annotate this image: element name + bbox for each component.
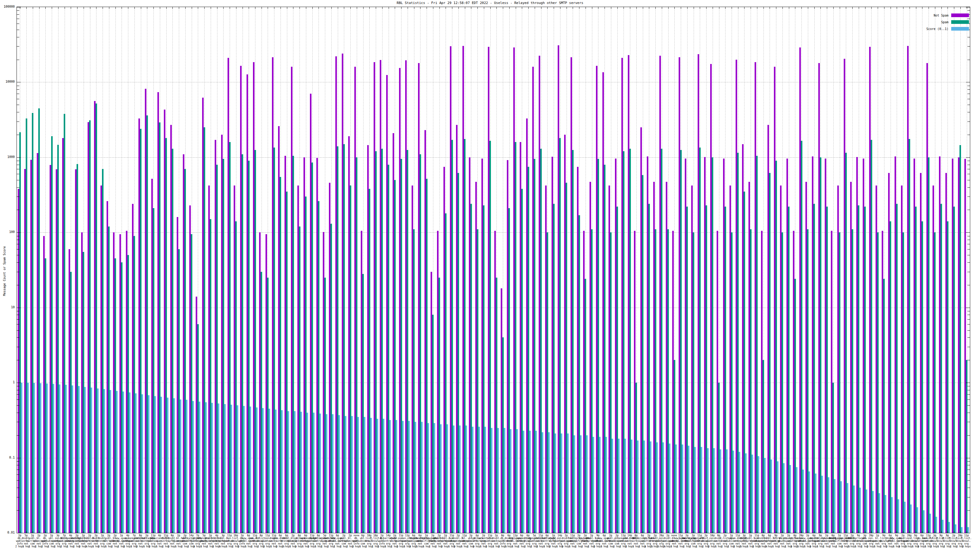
x-tick-top — [960, 7, 961, 9]
y-tick-label: 10000 — [1, 80, 15, 83]
y-tick-minor-right — [967, 180, 970, 180]
y-tick-minor-left — [17, 30, 19, 30]
x-tick-top — [230, 7, 230, 9]
legend-item-spam: Spam — [926, 19, 969, 25]
x-tick-bottom — [865, 531, 865, 533]
x-tick-bottom — [65, 531, 65, 533]
x-tick-bottom — [71, 531, 71, 533]
x-tick-bottom — [840, 531, 840, 533]
bar-score — [59, 384, 60, 533]
x-tick-bottom — [630, 531, 630, 533]
bar-score — [815, 473, 816, 533]
y-tick-minor-left — [17, 89, 19, 90]
bar-score — [192, 401, 194, 533]
x-tick-bottom — [541, 531, 541, 533]
x-tick-bottom — [910, 531, 910, 533]
x-tick-top — [134, 7, 135, 9]
x-tick-bottom — [884, 531, 885, 533]
x-tick-top — [357, 7, 357, 9]
x-tick-bottom — [293, 531, 293, 533]
x-tick-bottom — [700, 531, 700, 533]
x-tick-bottom — [706, 531, 706, 533]
x-tick-top — [630, 7, 630, 9]
x-tick-top — [649, 7, 649, 9]
x-tick-bottom — [369, 531, 370, 533]
bar-score — [751, 454, 753, 533]
y-tick-minor-left — [17, 461, 19, 462]
x-tick-bottom — [795, 531, 795, 533]
bar-score — [154, 396, 156, 533]
bar-score — [453, 426, 455, 533]
y-tick-minor-right — [967, 311, 970, 311]
x-tick-bottom — [878, 531, 878, 533]
x-tick-top — [45, 7, 46, 9]
x-tick-bottom — [223, 531, 224, 533]
y-tick-minor-left — [17, 240, 19, 240]
bar-score — [726, 449, 728, 533]
bar-score — [52, 384, 54, 533]
bar-score — [339, 415, 340, 533]
y-tick-major-left — [17, 232, 21, 233]
y-tick-minor-left — [17, 37, 19, 37]
bar-score — [942, 520, 943, 533]
x-tick-bottom — [299, 531, 300, 533]
bar-score — [910, 505, 912, 533]
bar-score — [275, 410, 277, 533]
x-tick-bottom — [471, 531, 471, 533]
bar-spam — [947, 221, 948, 533]
bar-score — [758, 456, 759, 533]
bar-spam — [890, 221, 891, 533]
y-tick-minor-left — [17, 347, 19, 347]
y-tick-minor-right — [967, 135, 970, 135]
bar-score — [929, 514, 931, 533]
bar-spam — [871, 140, 872, 533]
x-tick-bottom — [585, 531, 586, 533]
y-tick-minor-left — [17, 86, 19, 86]
bar-score — [935, 517, 937, 533]
x-tick-top — [795, 7, 795, 9]
bar-score — [91, 387, 92, 533]
y-tick-minor-right — [967, 240, 970, 240]
bar-score — [148, 395, 150, 533]
x-tick-top — [706, 7, 706, 9]
x-tick-top — [274, 7, 274, 9]
x-tick-top — [306, 7, 306, 9]
bar-score — [612, 439, 613, 533]
y-tick-major-left — [17, 383, 21, 383]
x-tick-top — [624, 7, 624, 9]
legend-label-score: Score (0..1) — [926, 27, 948, 30]
bar-score — [631, 440, 632, 533]
x-tick-top — [859, 7, 859, 9]
x-tick-bottom — [96, 531, 97, 533]
bar-score — [370, 418, 372, 533]
x-tick-top — [585, 7, 586, 9]
bar-score — [313, 413, 315, 533]
bar-spam — [928, 157, 929, 533]
x-tick-bottom — [922, 531, 923, 533]
x-tick-top — [605, 7, 605, 9]
x-tick-top — [147, 7, 147, 9]
x-tick-bottom — [566, 531, 567, 533]
bar-spam — [858, 205, 859, 533]
bar-score — [688, 446, 689, 533]
x-tick-bottom — [185, 531, 186, 533]
x-tick-top — [312, 7, 313, 9]
y-tick-minor-left — [17, 470, 19, 470]
bar-score — [643, 440, 645, 533]
x-tick-top — [299, 7, 300, 9]
bar-score — [923, 510, 924, 533]
x-tick-bottom — [84, 531, 84, 533]
y-tick-minor-left — [17, 10, 19, 11]
bar-score — [402, 421, 404, 533]
bar-score — [834, 479, 835, 533]
x-tick-top — [655, 7, 656, 9]
y-tick-minor-left — [17, 510, 19, 511]
x-tick-bottom — [153, 531, 154, 533]
x-tick-top — [897, 7, 897, 9]
x-tick-top — [840, 7, 840, 9]
bar-score — [33, 383, 35, 533]
x-tick-top — [566, 7, 567, 9]
bar-score — [320, 414, 321, 533]
bar-score — [231, 405, 232, 533]
bar-score — [478, 427, 480, 533]
